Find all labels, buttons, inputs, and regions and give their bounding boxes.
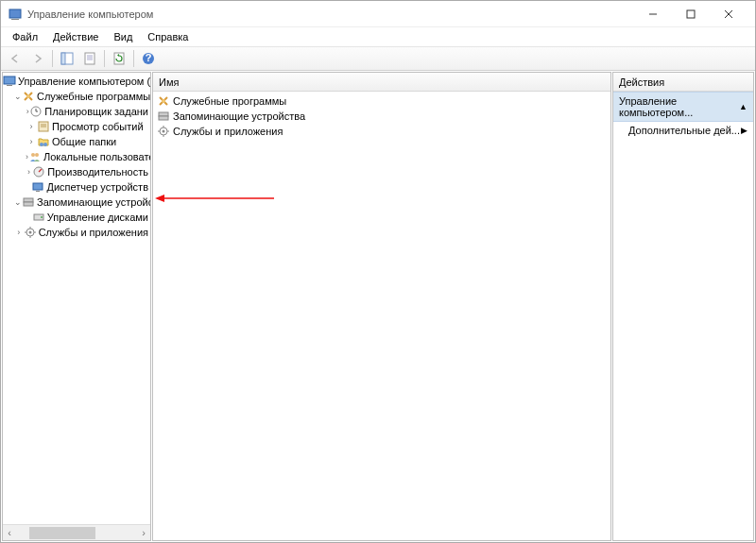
- back-button[interactable]: [5, 48, 26, 69]
- svg-point-38: [162, 99, 165, 103]
- svg-point-26: [31, 153, 35, 157]
- tree-label: Управление дисками: [47, 212, 148, 223]
- storage-icon: [157, 110, 170, 123]
- expand-icon[interactable]: ›: [26, 137, 37, 146]
- svg-rect-8: [85, 53, 94, 64]
- clock-icon: [29, 105, 43, 118]
- svg-rect-32: [24, 198, 33, 202]
- list-item-storage[interactable]: Запоминающие устройства: [155, 109, 609, 124]
- svg-text:?: ?: [146, 52, 152, 63]
- expand-icon[interactable]: ›: [26, 167, 32, 177]
- close-button[interactable]: [710, 1, 747, 27]
- tree-storage[interactable]: ⌄ Запоминающие устройст: [3, 195, 150, 210]
- actions-selected-label: Управление компьютером...: [619, 95, 739, 118]
- svg-rect-3: [687, 10, 695, 18]
- menu-bar: Файл Действие Вид Справка: [1, 27, 755, 46]
- tree-label: Планировщик задани: [44, 106, 148, 117]
- services-icon: [24, 226, 37, 239]
- svg-point-25: [43, 143, 47, 146]
- list-item-label: Служебные программы: [173, 95, 286, 107]
- menu-help[interactable]: Справка: [140, 29, 196, 44]
- users-icon: [28, 150, 42, 163]
- scrollbar-thumb[interactable]: [29, 527, 95, 539]
- column-header-name[interactable]: Имя: [153, 73, 610, 92]
- list-item-label: Службы и приложения: [173, 126, 283, 137]
- services-icon: [157, 125, 170, 138]
- tree-device-manager[interactable]: Диспетчер устройств: [3, 179, 150, 195]
- tree-label: Диспетчер устройств: [46, 181, 148, 193]
- tree-root[interactable]: Управление компьютером (л: [3, 74, 150, 89]
- list-pane: Имя Служебные программы Запоминающие уст…: [152, 72, 611, 541]
- actions-header: Действия: [613, 73, 753, 92]
- console-tree[interactable]: Управление компьютером (л ⌄ Служебные пр…: [3, 73, 150, 524]
- menu-action[interactable]: Действие: [45, 29, 106, 44]
- title-bar: Управление компьютером: [1, 1, 755, 27]
- expand-icon[interactable]: ›: [14, 228, 24, 237]
- event-icon: [37, 120, 50, 133]
- tree-label: Службы и приложения: [39, 227, 148, 238]
- list-item-services[interactable]: Службы и приложения: [155, 124, 609, 139]
- forward-button[interactable]: [27, 48, 48, 69]
- actions-selected-node[interactable]: Управление компьютером... ▲: [613, 92, 753, 122]
- tree-performance[interactable]: › Производительность: [3, 164, 150, 179]
- list-view[interactable]: Служебные программы Запоминающие устройс…: [153, 92, 610, 540]
- maximize-button[interactable]: [672, 1, 710, 27]
- horizontal-scrollbar[interactable]: ‹ ›: [3, 524, 150, 540]
- computer-icon: [3, 75, 16, 88]
- tools-icon: [22, 90, 35, 103]
- list-item-system-tools[interactable]: Служебные программы: [155, 93, 609, 109]
- device-icon: [31, 180, 44, 194]
- svg-point-35: [41, 216, 43, 218]
- svg-point-37: [28, 231, 31, 234]
- properties-button[interactable]: [79, 48, 100, 69]
- svg-rect-0: [9, 9, 21, 18]
- toolbar: ?: [1, 46, 755, 71]
- refresh-button[interactable]: [109, 48, 129, 69]
- scroll-right-icon[interactable]: ›: [137, 527, 150, 538]
- minimize-button[interactable]: [634, 1, 672, 27]
- menu-file[interactable]: Файл: [5, 29, 45, 44]
- tree-label: Просмотр событий: [52, 121, 144, 132]
- storage-icon: [22, 195, 35, 209]
- list-item-label: Запоминающие устройства: [173, 110, 305, 122]
- tree-label: Управление компьютером (л: [18, 76, 150, 87]
- disk-icon: [32, 211, 45, 224]
- actions-more[interactable]: Дополнительные дей... ▶: [613, 122, 753, 139]
- tree-services-apps[interactable]: › Службы и приложения: [3, 225, 150, 240]
- svg-point-42: [163, 130, 165, 133]
- svg-rect-39: [159, 112, 168, 116]
- collapse-icon[interactable]: ▲: [739, 102, 747, 111]
- menu-view[interactable]: Вид: [106, 29, 140, 44]
- toolbar-separator: [133, 50, 134, 67]
- actions-pane: Действия Управление компьютером... ▲ Доп…: [612, 72, 754, 541]
- tree-event-viewer[interactable]: › Просмотр событий: [3, 119, 150, 134]
- collapse-icon[interactable]: ⌄: [14, 92, 22, 101]
- tree-label: Запоминающие устройст: [37, 196, 150, 208]
- svg-rect-15: [4, 76, 15, 84]
- performance-icon: [32, 165, 45, 178]
- submenu-icon: ▶: [741, 126, 747, 135]
- show-hide-tree-button[interactable]: [57, 48, 77, 69]
- tree-system-tools[interactable]: ⌄ Служебные программы: [3, 89, 150, 104]
- window-title: Управление компьютером: [27, 8, 634, 20]
- svg-rect-31: [36, 191, 40, 192]
- content-area: Управление компьютером (л ⌄ Служебные пр…: [1, 71, 755, 542]
- tree-local-users[interactable]: › Локальные пользовате: [3, 149, 150, 164]
- svg-rect-40: [159, 116, 168, 120]
- tree-disk-management[interactable]: Управление дисками: [3, 210, 150, 225]
- svg-rect-30: [33, 183, 43, 190]
- svg-rect-1: [11, 19, 19, 20]
- scroll-left-icon[interactable]: ‹: [3, 527, 16, 538]
- svg-point-24: [40, 143, 43, 146]
- expand-icon[interactable]: ›: [26, 122, 37, 131]
- svg-rect-33: [24, 202, 33, 206]
- tree-shared-folders[interactable]: › Общие папки: [3, 134, 150, 149]
- tree-pane: Управление компьютером (л ⌄ Служебные пр…: [2, 72, 151, 541]
- svg-rect-16: [7, 85, 12, 86]
- tree-label: Общие папки: [52, 136, 116, 147]
- toolbar-separator: [104, 50, 105, 67]
- tree-task-scheduler[interactable]: › Планировщик задани: [3, 104, 150, 119]
- help-button[interactable]: ?: [138, 48, 159, 69]
- collapse-icon[interactable]: ⌄: [14, 197, 22, 207]
- toolbar-separator: [52, 50, 53, 67]
